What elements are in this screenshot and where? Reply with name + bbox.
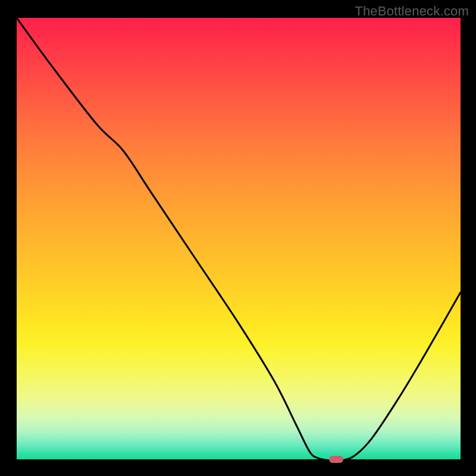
chart-area (17, 18, 461, 461)
optimal-marker (329, 456, 343, 463)
x-axis-line (17, 459, 461, 461)
watermark-text: TheBottleneck.com (355, 4, 469, 19)
chart-curve (17, 18, 461, 461)
